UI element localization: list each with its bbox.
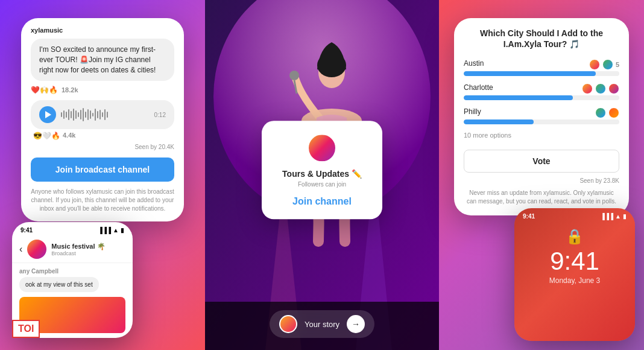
audio-reactions: 😎🤍🔥 4.4k <box>31 132 174 140</box>
channel-meta: Followers can join <box>274 181 370 188</box>
lock-wifi-icon: ▲ <box>615 213 621 220</box>
poll-city-austin: Austin <box>464 59 484 68</box>
story-label: Your story <box>305 320 339 329</box>
poll-option-austin: Austin 5 <box>464 59 619 76</box>
audio-likes: 4.4k <box>63 132 75 140</box>
main-area: xylamusic I'm SO excited to announce my … <box>0 0 644 350</box>
voter-avatar-1 <box>589 59 600 70</box>
back-arrow-icon[interactable]: ‹ <box>19 244 22 255</box>
play-button[interactable] <box>39 106 56 123</box>
message-bubble: I'm SO excited to announce my first-ever… <box>31 39 174 81</box>
voter-avatar-5 <box>608 83 619 94</box>
lock-screen-phone: 9:41 ▐▐▐ ▲ ▮ 🔒 9:41 Monday, June 3 <box>514 208 635 341</box>
sender-name: any Campbell <box>19 268 125 275</box>
lock-status-bar: 9:41 ▐▐▐ ▲ ▮ <box>514 208 635 222</box>
join-description: Anyone who follows xylamusic can join th… <box>31 188 174 213</box>
lock-date: Monday, June 3 <box>549 276 601 285</box>
svg-point-5 <box>289 71 299 80</box>
join-broadcast-button[interactable]: Join broadcast channel <box>31 158 174 182</box>
voter-avatar-4 <box>595 83 606 94</box>
channel-join-card: Tours & Updates ✏️ Followers can join Jo… <box>262 121 382 219</box>
poll-bar-austin <box>464 71 596 76</box>
chat-info: Music festival 🌴 Broadcast <box>51 243 125 256</box>
lock-screen-body: 🔒 9:41 Monday, June 3 <box>514 222 635 285</box>
poll-option-philly: Philly <box>464 107 619 124</box>
waveform <box>61 108 150 121</box>
message-likes: 18.2k <box>62 86 78 94</box>
center-panel: Tours & Updates ✏️ Followers can join Jo… <box>205 0 439 350</box>
audio-emojis: 😎🤍🔥 <box>33 132 60 140</box>
channel-avatar <box>307 133 337 163</box>
poll-city-charlotte: Charlotte <box>464 83 493 92</box>
time-display: 9:41 <box>21 227 33 234</box>
chat-title: Music festival 🌴 <box>51 243 125 250</box>
poll-city-philly: Philly <box>464 107 481 116</box>
chat-subtitle: Broadcast <box>51 250 125 256</box>
voter-avatar-6 <box>595 107 606 118</box>
play-icon <box>45 111 51 118</box>
join-channel-button[interactable]: Join channel <box>292 196 352 207</box>
voter-avatar-3 <box>582 83 593 94</box>
chat-header: ‹ Music festival 🌴 Broadcast <box>12 236 133 263</box>
lock-signal-icon: ▐▐▐ <box>601 213 613 220</box>
lock-icon: 🔒 <box>566 228 584 245</box>
poll-bar-charlotte <box>464 95 573 100</box>
username-label: xylamusic <box>31 27 174 34</box>
signal-icon: ▐▐▐ <box>98 227 111 234</box>
vote-count-austin: 5 <box>616 61 619 68</box>
poll-description: Never miss an update from xylamusic. Onl… <box>464 189 619 206</box>
lock-status-icons: ▐▐▐ ▲ ▮ <box>601 213 627 220</box>
poll-bar-philly <box>464 119 534 124</box>
right-panel: Which City Should I Add to the I.Am.Xyla… <box>439 0 644 350</box>
audio-bubble: 0:12 <box>31 100 174 129</box>
broadcast-phone: xylamusic I'm SO excited to announce my … <box>21 18 184 221</box>
wifi-icon: ▲ <box>113 227 119 234</box>
left-panel: xylamusic I'm SO excited to announce my … <box>0 0 205 350</box>
voter-avatar-7 <box>608 107 619 118</box>
voter-avatar-2 <box>602 59 613 70</box>
story-arrow-button[interactable]: → <box>347 315 365 333</box>
message-emojis: ❤️🙌🔥 <box>31 86 58 94</box>
poll-seen: Seen by 23.8K <box>464 177 619 184</box>
poll-title: Which City Should I Add to the I.Am.Xyla… <box>464 28 619 49</box>
poll-phone: Which City Should I Add to the I.Am.Xyla… <box>454 18 629 215</box>
story-bar[interactable]: Your story → <box>270 310 374 338</box>
audio-duration: 0:12 <box>154 112 166 118</box>
seen-count: Seen by 20.4K <box>31 144 174 150</box>
chat-avatar <box>27 240 46 259</box>
story-avatar <box>279 315 297 333</box>
channel-name: Tours & Updates ✏️ <box>274 169 370 179</box>
lock-full-time: 9:41 <box>550 249 599 274</box>
lock-battery-icon: ▮ <box>623 213 627 220</box>
status-bar: 9:41 ▐▐▐ ▲ ▮ <box>12 222 133 236</box>
chat-message: ook at my view of this set <box>19 277 99 292</box>
status-icons: ▐▐▐ ▲ ▮ <box>98 227 124 234</box>
poll-option-charlotte: Charlotte <box>464 83 619 100</box>
battery-icon: ▮ <box>121 227 124 234</box>
vote-button[interactable]: Vote <box>464 150 619 173</box>
message-reactions: ❤️🙌🔥 18.2k <box>31 86 174 94</box>
lock-time-small: 9:41 <box>523 213 535 220</box>
more-options-label: 10 more options <box>464 132 619 139</box>
toi-badge: TOI <box>12 320 40 338</box>
